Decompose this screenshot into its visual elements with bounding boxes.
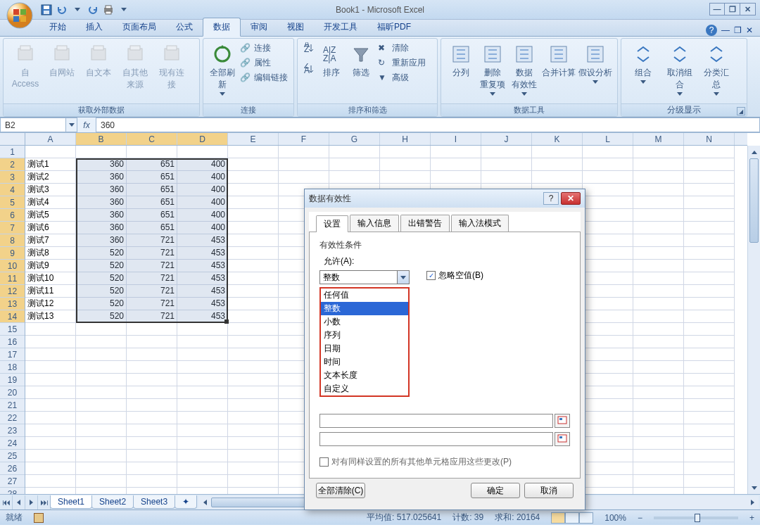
cell[interactable]: 测试11 bbox=[25, 285, 76, 298]
option-文本长度[interactable]: 文本长度 bbox=[321, 369, 408, 382]
option-任何值[interactable]: 任何值 bbox=[321, 289, 408, 302]
refresh-all-button[interactable]: 全部刷新 bbox=[208, 42, 237, 97]
cell[interactable] bbox=[633, 158, 684, 171]
sort-za-button[interactable]: ZA bbox=[302, 63, 316, 75]
col-header-D[interactable]: D bbox=[177, 133, 228, 145]
cell[interactable] bbox=[633, 374, 684, 386]
cell[interactable] bbox=[76, 374, 127, 386]
conn-编辑链接-button[interactable]: 🔗编辑链接 bbox=[239, 71, 289, 84]
next-sheet-button[interactable] bbox=[25, 495, 38, 509]
row-header-22[interactable]: 22 bbox=[0, 412, 25, 424]
cell[interactable] bbox=[583, 222, 633, 234]
cell[interactable] bbox=[633, 285, 684, 298]
cell[interactable] bbox=[127, 336, 177, 348]
cell[interactable] bbox=[633, 323, 684, 336]
cell[interactable] bbox=[583, 184, 633, 196]
cell[interactable] bbox=[228, 374, 279, 386]
cell[interactable] bbox=[481, 158, 532, 171]
cell[interactable] bbox=[532, 158, 583, 171]
cell[interactable] bbox=[228, 196, 279, 209]
zoom-slider[interactable] bbox=[654, 517, 738, 519]
dialog-launcher-icon[interactable]: ◢ bbox=[737, 107, 745, 115]
col-header-G[interactable]: G bbox=[329, 133, 380, 145]
cell[interactable] bbox=[228, 437, 279, 450]
cell[interactable] bbox=[684, 196, 735, 209]
cell[interactable]: 测试5 bbox=[25, 209, 76, 222]
ignore-blank-checkbox[interactable]: ✓ 忽略空值(B) bbox=[426, 270, 483, 281]
cell[interactable] bbox=[25, 437, 76, 450]
save-icon[interactable] bbox=[39, 3, 53, 17]
cell[interactable] bbox=[76, 399, 127, 412]
cell[interactable] bbox=[481, 146, 532, 158]
cell[interactable] bbox=[228, 450, 279, 462]
column-headers[interactable]: ABCDEFGHIJKLMN bbox=[25, 133, 747, 146]
cell[interactable] bbox=[127, 386, 177, 399]
ribbon-tab-福昕PDF[interactable]: 福昕PDF bbox=[367, 18, 421, 36]
row-header-13[interactable]: 13 bbox=[0, 298, 25, 310]
undo-icon[interactable] bbox=[55, 3, 69, 17]
cell[interactable] bbox=[633, 412, 684, 424]
row-header-24[interactable]: 24 bbox=[0, 437, 25, 450]
conn-连接-button[interactable]: 🔗连接 bbox=[239, 42, 289, 55]
cell[interactable]: 360 bbox=[76, 222, 127, 234]
ribbon-tab-页面布局[interactable]: 页面布局 bbox=[113, 18, 166, 36]
cell[interactable]: 721 bbox=[127, 298, 177, 310]
cell[interactable] bbox=[684, 488, 735, 494]
cell[interactable] bbox=[583, 450, 633, 462]
cell[interactable] bbox=[177, 348, 228, 361]
cell[interactable] bbox=[25, 146, 76, 158]
cell[interactable] bbox=[127, 462, 177, 475]
cell[interactable]: 测试13 bbox=[25, 310, 76, 323]
cell[interactable] bbox=[76, 336, 127, 348]
cell[interactable]: 测试9 bbox=[25, 260, 76, 272]
normal-view-button[interactable] bbox=[551, 512, 565, 524]
scroll-left-icon[interactable] bbox=[198, 496, 211, 509]
row-header-18[interactable]: 18 bbox=[0, 361, 25, 374]
cell[interactable] bbox=[329, 146, 380, 158]
cell[interactable] bbox=[633, 450, 684, 462]
dialog-close-button[interactable]: ✕ bbox=[561, 192, 581, 205]
ribbon-tab-审阅[interactable]: 审阅 bbox=[241, 18, 277, 36]
cell[interactable]: 520 bbox=[76, 310, 127, 323]
cell[interactable] bbox=[228, 399, 279, 412]
cell[interactable] bbox=[279, 146, 329, 158]
qat-dropdown-icon[interactable] bbox=[70, 3, 84, 17]
cell[interactable] bbox=[532, 171, 583, 184]
cell[interactable] bbox=[684, 399, 735, 412]
cell[interactable] bbox=[583, 336, 633, 348]
prev-sheet-button[interactable] bbox=[13, 495, 25, 509]
cell[interactable] bbox=[380, 146, 431, 158]
cell[interactable] bbox=[431, 146, 481, 158]
row-headers[interactable]: 1234567891011121314151617181920212223242… bbox=[0, 146, 25, 494]
redo-icon[interactable] bbox=[86, 3, 100, 17]
filter-button[interactable]: 筛选 bbox=[347, 42, 375, 80]
cell[interactable] bbox=[76, 462, 127, 475]
ribbon-tab-插入[interactable]: 插入 bbox=[76, 18, 113, 36]
cell[interactable]: 651 bbox=[127, 184, 177, 196]
scroll-up-icon[interactable] bbox=[748, 146, 760, 158]
cell[interactable]: 651 bbox=[127, 158, 177, 171]
cell[interactable] bbox=[228, 386, 279, 399]
cell[interactable] bbox=[127, 475, 177, 488]
cell[interactable] bbox=[127, 399, 177, 412]
help-icon[interactable]: ? bbox=[706, 25, 717, 36]
cell[interactable] bbox=[583, 171, 633, 184]
cell[interactable] bbox=[583, 285, 633, 298]
cell[interactable] bbox=[228, 184, 279, 196]
cell[interactable] bbox=[583, 361, 633, 374]
cell[interactable] bbox=[633, 348, 684, 361]
option-序列[interactable]: 序列 bbox=[321, 329, 408, 342]
exist-button[interactable]: 现有连接 bbox=[154, 42, 189, 92]
cell[interactable]: 721 bbox=[127, 272, 177, 285]
cell[interactable] bbox=[25, 336, 76, 348]
cell[interactable] bbox=[177, 399, 228, 412]
ok-button[interactable]: 确定 bbox=[471, 483, 520, 498]
cell[interactable] bbox=[380, 171, 431, 184]
grp-button[interactable]: 组合 bbox=[626, 42, 661, 85]
web-button[interactable]: 自网站 bbox=[44, 42, 80, 80]
cell[interactable] bbox=[633, 437, 684, 450]
cell[interactable] bbox=[177, 462, 228, 475]
row-header-20[interactable]: 20 bbox=[0, 386, 25, 399]
cell[interactable] bbox=[177, 437, 228, 450]
dup-button[interactable]: 删除 重复项 bbox=[477, 42, 507, 97]
